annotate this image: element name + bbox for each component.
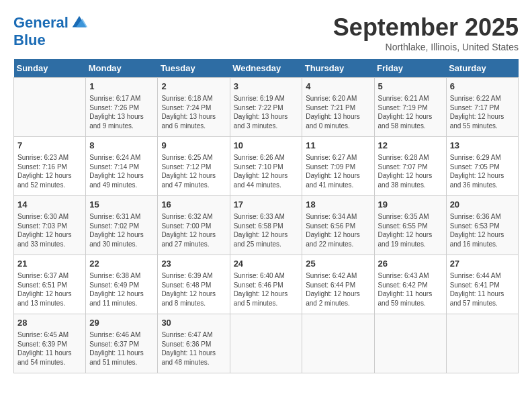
day-info: Sunrise: 6:36 AM Sunset: 6:53 PM Dayligh… xyxy=(450,212,515,248)
calendar-cell: 5Sunrise: 6:21 AM Sunset: 7:19 PM Daylig… xyxy=(374,78,446,137)
day-number: 12 xyxy=(378,140,443,152)
day-info: Sunrise: 6:30 AM Sunset: 7:03 PM Dayligh… xyxy=(17,212,82,248)
weekday-header-sunday: Sunday xyxy=(14,59,86,78)
calendar-cell: 11Sunrise: 6:27 AM Sunset: 7:09 PM Dayli… xyxy=(302,137,374,196)
calendar-cell: 13Sunrise: 6:29 AM Sunset: 7:05 PM Dayli… xyxy=(446,137,518,196)
day-number: 22 xyxy=(89,258,154,270)
calendar-cell: 7Sunrise: 6:23 AM Sunset: 7:16 PM Daylig… xyxy=(14,137,86,196)
logo-blue-text: Blue xyxy=(13,32,89,48)
day-info: Sunrise: 6:22 AM Sunset: 7:17 PM Dayligh… xyxy=(450,94,515,130)
day-info: Sunrise: 6:40 AM Sunset: 6:46 PM Dayligh… xyxy=(234,271,299,308)
page-header: General Blue September 2025 Northlake, I… xyxy=(13,13,519,52)
day-number: 5 xyxy=(378,81,443,93)
day-info: Sunrise: 6:33 AM Sunset: 6:58 PM Dayligh… xyxy=(234,212,299,248)
logo-icon xyxy=(70,13,89,32)
calendar-cell: 25Sunrise: 6:42 AM Sunset: 6:44 PM Dayli… xyxy=(302,255,374,314)
calendar-cell: 26Sunrise: 6:43 AM Sunset: 6:42 PM Dayli… xyxy=(374,255,446,314)
location: Northlake, Illinois, United States xyxy=(333,42,519,52)
day-number: 20 xyxy=(450,199,515,211)
day-number: 17 xyxy=(234,199,299,211)
day-number: 7 xyxy=(17,140,82,152)
calendar-cell: 3Sunrise: 6:19 AM Sunset: 7:22 PM Daylig… xyxy=(230,78,302,137)
weekday-header-wednesday: Wednesday xyxy=(230,59,302,78)
day-info: Sunrise: 6:31 AM Sunset: 7:02 PM Dayligh… xyxy=(89,212,154,248)
calendar-cell: 6Sunrise: 6:22 AM Sunset: 7:17 PM Daylig… xyxy=(446,78,518,137)
day-number: 3 xyxy=(234,81,299,93)
day-info: Sunrise: 6:35 AM Sunset: 6:55 PM Dayligh… xyxy=(378,212,443,248)
day-number: 23 xyxy=(161,258,226,270)
day-info: Sunrise: 6:21 AM Sunset: 7:19 PM Dayligh… xyxy=(378,94,443,130)
day-number: 4 xyxy=(306,81,370,93)
weekday-header-tuesday: Tuesday xyxy=(158,59,230,78)
calendar-cell xyxy=(230,314,302,373)
calendar-cell: 1Sunrise: 6:17 AM Sunset: 7:26 PM Daylig… xyxy=(86,78,158,137)
calendar-cell: 16Sunrise: 6:32 AM Sunset: 7:00 PM Dayli… xyxy=(158,196,230,255)
day-info: Sunrise: 6:23 AM Sunset: 7:16 PM Dayligh… xyxy=(17,153,82,189)
day-info: Sunrise: 6:39 AM Sunset: 6:48 PM Dayligh… xyxy=(161,271,226,308)
calendar-cell: 8Sunrise: 6:24 AM Sunset: 7:14 PM Daylig… xyxy=(86,137,158,196)
calendar-cell: 18Sunrise: 6:34 AM Sunset: 6:56 PM Dayli… xyxy=(302,196,374,255)
day-number: 16 xyxy=(161,199,226,211)
calendar-table: SundayMondayTuesdayWednesdayThursdayFrid… xyxy=(13,59,519,373)
weekday-header-friday: Friday xyxy=(374,59,446,78)
day-info: Sunrise: 6:19 AM Sunset: 7:22 PM Dayligh… xyxy=(234,94,299,130)
day-number: 9 xyxy=(161,140,226,152)
day-number: 24 xyxy=(234,258,299,270)
calendar-cell: 2Sunrise: 6:18 AM Sunset: 7:24 PM Daylig… xyxy=(158,78,230,137)
logo: General Blue xyxy=(13,13,89,48)
day-number: 8 xyxy=(89,140,154,152)
day-number: 15 xyxy=(89,199,154,211)
day-info: Sunrise: 6:46 AM Sunset: 6:37 PM Dayligh… xyxy=(89,330,154,367)
month-title: September 2025 xyxy=(333,13,519,42)
day-info: Sunrise: 6:47 AM Sunset: 6:36 PM Dayligh… xyxy=(161,330,226,367)
calendar-cell: 17Sunrise: 6:33 AM Sunset: 6:58 PM Dayli… xyxy=(230,196,302,255)
day-number: 11 xyxy=(306,140,370,152)
weekday-header-saturday: Saturday xyxy=(446,59,518,78)
day-info: Sunrise: 6:44 AM Sunset: 6:41 PM Dayligh… xyxy=(450,271,515,308)
calendar-cell: 29Sunrise: 6:46 AM Sunset: 6:37 PM Dayli… xyxy=(86,314,158,373)
calendar-cell xyxy=(374,314,446,373)
day-number: 25 xyxy=(306,258,370,270)
calendar-cell: 9Sunrise: 6:25 AM Sunset: 7:12 PM Daylig… xyxy=(158,137,230,196)
calendar-cell: 10Sunrise: 6:26 AM Sunset: 7:10 PM Dayli… xyxy=(230,137,302,196)
day-info: Sunrise: 6:37 AM Sunset: 6:51 PM Dayligh… xyxy=(17,271,82,308)
calendar-cell: 28Sunrise: 6:45 AM Sunset: 6:39 PM Dayli… xyxy=(14,314,86,373)
calendar-cell: 27Sunrise: 6:44 AM Sunset: 6:41 PM Dayli… xyxy=(446,255,518,314)
calendar-cell xyxy=(446,314,518,373)
calendar-cell xyxy=(302,314,374,373)
calendar-cell: 15Sunrise: 6:31 AM Sunset: 7:02 PM Dayli… xyxy=(86,196,158,255)
calendar-cell xyxy=(14,78,86,137)
logo-text: General xyxy=(13,15,69,31)
day-info: Sunrise: 6:24 AM Sunset: 7:14 PM Dayligh… xyxy=(89,153,154,189)
day-number: 28 xyxy=(17,317,82,329)
day-number: 1 xyxy=(89,81,154,93)
calendar-cell: 4Sunrise: 6:20 AM Sunset: 7:21 PM Daylig… xyxy=(302,78,374,137)
weekday-header-thursday: Thursday xyxy=(302,59,374,78)
title-block: September 2025 Northlake, Illinois, Unit… xyxy=(333,13,519,52)
day-number: 30 xyxy=(161,317,226,329)
day-info: Sunrise: 6:18 AM Sunset: 7:24 PM Dayligh… xyxy=(161,94,226,130)
calendar-cell: 12Sunrise: 6:28 AM Sunset: 7:07 PM Dayli… xyxy=(374,137,446,196)
day-info: Sunrise: 6:34 AM Sunset: 6:56 PM Dayligh… xyxy=(306,212,370,248)
day-info: Sunrise: 6:38 AM Sunset: 6:49 PM Dayligh… xyxy=(89,271,154,308)
day-number: 18 xyxy=(306,199,370,211)
day-number: 2 xyxy=(161,81,226,93)
day-info: Sunrise: 6:17 AM Sunset: 7:26 PM Dayligh… xyxy=(89,94,154,130)
day-number: 21 xyxy=(17,258,82,270)
calendar-cell: 23Sunrise: 6:39 AM Sunset: 6:48 PM Dayli… xyxy=(158,255,230,314)
calendar-cell: 30Sunrise: 6:47 AM Sunset: 6:36 PM Dayli… xyxy=(158,314,230,373)
day-info: Sunrise: 6:32 AM Sunset: 7:00 PM Dayligh… xyxy=(161,212,226,248)
calendar-cell: 19Sunrise: 6:35 AM Sunset: 6:55 PM Dayli… xyxy=(374,196,446,255)
day-info: Sunrise: 6:26 AM Sunset: 7:10 PM Dayligh… xyxy=(234,153,299,189)
calendar-cell: 24Sunrise: 6:40 AM Sunset: 6:46 PM Dayli… xyxy=(230,255,302,314)
day-info: Sunrise: 6:28 AM Sunset: 7:07 PM Dayligh… xyxy=(378,153,443,189)
day-number: 6 xyxy=(450,81,515,93)
day-number: 14 xyxy=(17,199,82,211)
day-info: Sunrise: 6:20 AM Sunset: 7:21 PM Dayligh… xyxy=(306,94,370,130)
calendar-cell: 20Sunrise: 6:36 AM Sunset: 6:53 PM Dayli… xyxy=(446,196,518,255)
day-info: Sunrise: 6:42 AM Sunset: 6:44 PM Dayligh… xyxy=(306,271,370,308)
day-number: 26 xyxy=(378,258,443,270)
day-number: 10 xyxy=(234,140,299,152)
day-info: Sunrise: 6:25 AM Sunset: 7:12 PM Dayligh… xyxy=(161,153,226,189)
day-info: Sunrise: 6:29 AM Sunset: 7:05 PM Dayligh… xyxy=(450,153,515,189)
